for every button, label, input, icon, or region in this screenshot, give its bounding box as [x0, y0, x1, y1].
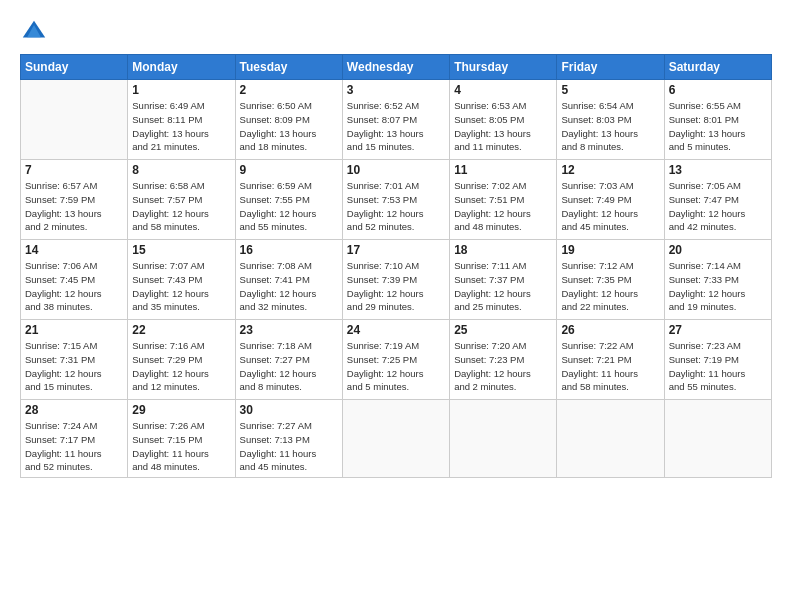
day-number: 5 — [561, 83, 659, 97]
day-number: 1 — [132, 83, 230, 97]
week-row-1: 1Sunrise: 6:49 AM Sunset: 8:11 PM Daylig… — [21, 80, 772, 160]
calendar-cell: 25Sunrise: 7:20 AM Sunset: 7:23 PM Dayli… — [450, 320, 557, 400]
day-number: 10 — [347, 163, 445, 177]
day-number: 18 — [454, 243, 552, 257]
weekday-header-sunday: Sunday — [21, 55, 128, 80]
day-info: Sunrise: 6:57 AM Sunset: 7:59 PM Dayligh… — [25, 179, 123, 234]
day-number: 27 — [669, 323, 767, 337]
weekday-header-friday: Friday — [557, 55, 664, 80]
day-number: 4 — [454, 83, 552, 97]
calendar-cell: 18Sunrise: 7:11 AM Sunset: 7:37 PM Dayli… — [450, 240, 557, 320]
day-number: 25 — [454, 323, 552, 337]
day-info: Sunrise: 6:54 AM Sunset: 8:03 PM Dayligh… — [561, 99, 659, 154]
calendar-cell: 14Sunrise: 7:06 AM Sunset: 7:45 PM Dayli… — [21, 240, 128, 320]
calendar-cell — [664, 400, 771, 478]
calendar-cell — [342, 400, 449, 478]
day-number: 17 — [347, 243, 445, 257]
page-header — [20, 18, 772, 46]
logo-icon — [20, 18, 48, 46]
weekday-header-row: SundayMondayTuesdayWednesdayThursdayFrid… — [21, 55, 772, 80]
calendar-cell: 7Sunrise: 6:57 AM Sunset: 7:59 PM Daylig… — [21, 160, 128, 240]
weekday-header-monday: Monday — [128, 55, 235, 80]
day-info: Sunrise: 7:06 AM Sunset: 7:45 PM Dayligh… — [25, 259, 123, 314]
week-row-5: 28Sunrise: 7:24 AM Sunset: 7:17 PM Dayli… — [21, 400, 772, 478]
weekday-header-tuesday: Tuesday — [235, 55, 342, 80]
day-info: Sunrise: 6:59 AM Sunset: 7:55 PM Dayligh… — [240, 179, 338, 234]
calendar-cell: 22Sunrise: 7:16 AM Sunset: 7:29 PM Dayli… — [128, 320, 235, 400]
calendar-cell: 2Sunrise: 6:50 AM Sunset: 8:09 PM Daylig… — [235, 80, 342, 160]
day-number: 8 — [132, 163, 230, 177]
day-info: Sunrise: 7:14 AM Sunset: 7:33 PM Dayligh… — [669, 259, 767, 314]
day-number: 13 — [669, 163, 767, 177]
day-info: Sunrise: 7:12 AM Sunset: 7:35 PM Dayligh… — [561, 259, 659, 314]
calendar-cell: 3Sunrise: 6:52 AM Sunset: 8:07 PM Daylig… — [342, 80, 449, 160]
day-number: 16 — [240, 243, 338, 257]
day-info: Sunrise: 6:53 AM Sunset: 8:05 PM Dayligh… — [454, 99, 552, 154]
calendar-cell: 8Sunrise: 6:58 AM Sunset: 7:57 PM Daylig… — [128, 160, 235, 240]
calendar-cell: 11Sunrise: 7:02 AM Sunset: 7:51 PM Dayli… — [450, 160, 557, 240]
calendar-table: SundayMondayTuesdayWednesdayThursdayFrid… — [20, 54, 772, 478]
day-info: Sunrise: 7:27 AM Sunset: 7:13 PM Dayligh… — [240, 419, 338, 474]
calendar-cell: 29Sunrise: 7:26 AM Sunset: 7:15 PM Dayli… — [128, 400, 235, 478]
day-info: Sunrise: 7:19 AM Sunset: 7:25 PM Dayligh… — [347, 339, 445, 394]
calendar-cell: 6Sunrise: 6:55 AM Sunset: 8:01 PM Daylig… — [664, 80, 771, 160]
calendar-cell: 1Sunrise: 6:49 AM Sunset: 8:11 PM Daylig… — [128, 80, 235, 160]
day-number: 28 — [25, 403, 123, 417]
day-number: 26 — [561, 323, 659, 337]
calendar-cell: 27Sunrise: 7:23 AM Sunset: 7:19 PM Dayli… — [664, 320, 771, 400]
day-info: Sunrise: 7:22 AM Sunset: 7:21 PM Dayligh… — [561, 339, 659, 394]
calendar-cell: 19Sunrise: 7:12 AM Sunset: 7:35 PM Dayli… — [557, 240, 664, 320]
calendar-cell: 5Sunrise: 6:54 AM Sunset: 8:03 PM Daylig… — [557, 80, 664, 160]
day-info: Sunrise: 7:10 AM Sunset: 7:39 PM Dayligh… — [347, 259, 445, 314]
calendar-cell: 23Sunrise: 7:18 AM Sunset: 7:27 PM Dayli… — [235, 320, 342, 400]
day-info: Sunrise: 7:03 AM Sunset: 7:49 PM Dayligh… — [561, 179, 659, 234]
day-number: 3 — [347, 83, 445, 97]
calendar-cell — [557, 400, 664, 478]
day-info: Sunrise: 7:18 AM Sunset: 7:27 PM Dayligh… — [240, 339, 338, 394]
calendar-cell: 10Sunrise: 7:01 AM Sunset: 7:53 PM Dayli… — [342, 160, 449, 240]
calendar-cell — [450, 400, 557, 478]
calendar-cell: 12Sunrise: 7:03 AM Sunset: 7:49 PM Dayli… — [557, 160, 664, 240]
day-number: 7 — [25, 163, 123, 177]
day-info: Sunrise: 7:15 AM Sunset: 7:31 PM Dayligh… — [25, 339, 123, 394]
day-number: 20 — [669, 243, 767, 257]
day-number: 12 — [561, 163, 659, 177]
calendar-cell: 26Sunrise: 7:22 AM Sunset: 7:21 PM Dayli… — [557, 320, 664, 400]
week-row-3: 14Sunrise: 7:06 AM Sunset: 7:45 PM Dayli… — [21, 240, 772, 320]
day-number: 11 — [454, 163, 552, 177]
day-number: 9 — [240, 163, 338, 177]
calendar-cell: 13Sunrise: 7:05 AM Sunset: 7:47 PM Dayli… — [664, 160, 771, 240]
day-number: 2 — [240, 83, 338, 97]
day-info: Sunrise: 6:55 AM Sunset: 8:01 PM Dayligh… — [669, 99, 767, 154]
day-info: Sunrise: 7:20 AM Sunset: 7:23 PM Dayligh… — [454, 339, 552, 394]
weekday-header-saturday: Saturday — [664, 55, 771, 80]
day-info: Sunrise: 6:58 AM Sunset: 7:57 PM Dayligh… — [132, 179, 230, 234]
day-number: 30 — [240, 403, 338, 417]
day-info: Sunrise: 7:01 AM Sunset: 7:53 PM Dayligh… — [347, 179, 445, 234]
calendar-cell: 15Sunrise: 7:07 AM Sunset: 7:43 PM Dayli… — [128, 240, 235, 320]
day-number: 6 — [669, 83, 767, 97]
day-info: Sunrise: 7:26 AM Sunset: 7:15 PM Dayligh… — [132, 419, 230, 474]
calendar-cell: 28Sunrise: 7:24 AM Sunset: 7:17 PM Dayli… — [21, 400, 128, 478]
calendar-cell: 17Sunrise: 7:10 AM Sunset: 7:39 PM Dayli… — [342, 240, 449, 320]
calendar-cell — [21, 80, 128, 160]
day-info: Sunrise: 6:52 AM Sunset: 8:07 PM Dayligh… — [347, 99, 445, 154]
day-info: Sunrise: 7:23 AM Sunset: 7:19 PM Dayligh… — [669, 339, 767, 394]
calendar-cell: 30Sunrise: 7:27 AM Sunset: 7:13 PM Dayli… — [235, 400, 342, 478]
weekday-header-thursday: Thursday — [450, 55, 557, 80]
calendar-cell: 21Sunrise: 7:15 AM Sunset: 7:31 PM Dayli… — [21, 320, 128, 400]
day-info: Sunrise: 7:11 AM Sunset: 7:37 PM Dayligh… — [454, 259, 552, 314]
day-info: Sunrise: 6:50 AM Sunset: 8:09 PM Dayligh… — [240, 99, 338, 154]
calendar-cell: 9Sunrise: 6:59 AM Sunset: 7:55 PM Daylig… — [235, 160, 342, 240]
day-info: Sunrise: 7:02 AM Sunset: 7:51 PM Dayligh… — [454, 179, 552, 234]
day-number: 23 — [240, 323, 338, 337]
day-number: 22 — [132, 323, 230, 337]
day-info: Sunrise: 6:49 AM Sunset: 8:11 PM Dayligh… — [132, 99, 230, 154]
week-row-4: 21Sunrise: 7:15 AM Sunset: 7:31 PM Dayli… — [21, 320, 772, 400]
day-info: Sunrise: 7:07 AM Sunset: 7:43 PM Dayligh… — [132, 259, 230, 314]
calendar-cell: 4Sunrise: 6:53 AM Sunset: 8:05 PM Daylig… — [450, 80, 557, 160]
day-info: Sunrise: 7:16 AM Sunset: 7:29 PM Dayligh… — [132, 339, 230, 394]
calendar-cell: 16Sunrise: 7:08 AM Sunset: 7:41 PM Dayli… — [235, 240, 342, 320]
calendar-cell: 20Sunrise: 7:14 AM Sunset: 7:33 PM Dayli… — [664, 240, 771, 320]
day-number: 24 — [347, 323, 445, 337]
